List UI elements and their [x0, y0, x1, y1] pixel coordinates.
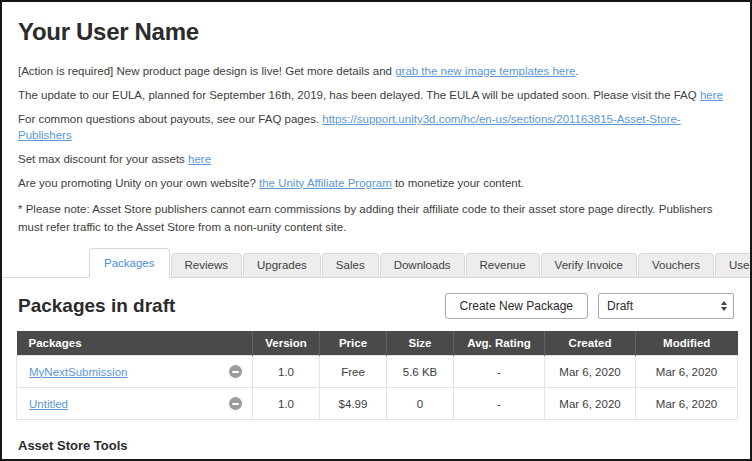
tab-users[interactable]: Users [715, 253, 752, 277]
created-cell: Mar 6, 2020 [545, 388, 636, 420]
tab-sales[interactable]: Sales [322, 253, 379, 277]
package-link[interactable]: MyNextSubmission [29, 366, 127, 378]
package-link[interactable]: Untitled [29, 398, 68, 410]
notice-eula: The update to our EULA, planned for Sept… [18, 88, 734, 104]
col-header-size: Size [387, 331, 454, 356]
packages-section-header: Packages in draft Create New Package Dra… [18, 293, 734, 319]
avg-rating-cell: - [454, 388, 545, 420]
page-content: Your User Name [Action is required] New … [2, 18, 750, 236]
size-cell: 5.6 KB [387, 356, 454, 388]
packages-table: Packages Version Price Size Avg. Rating … [16, 331, 738, 420]
tab-bar: Packages Reviews Upgrades Sales Download… [2, 248, 750, 278]
size-cell: 0 [387, 388, 454, 420]
affiliate-note: * Please note: Asset Store publishers ca… [18, 200, 734, 237]
tab-verify-invoice[interactable]: Verify Invoice [541, 253, 637, 277]
col-header-price: Price [320, 331, 387, 356]
status-filter-value: Draft [607, 299, 633, 313]
section-title: Packages in draft [18, 295, 175, 317]
table-row: Untitled 1.0 $4.99 0 - Mar 6, 2020 Mar 6… [17, 388, 738, 420]
notice-text: to monetize your content. [392, 177, 524, 189]
notice-text: Set max discount for your assets [18, 153, 188, 165]
tab-upgrades[interactable]: Upgrades [243, 253, 321, 277]
notice-product-page: [Action is required] New product page de… [18, 64, 734, 80]
tab-vouchers[interactable]: Vouchers [638, 253, 714, 277]
created-cell: Mar 6, 2020 [545, 356, 636, 388]
col-header-created: Created [545, 331, 636, 356]
minus-circle-icon [229, 397, 242, 410]
package-name-cell: MyNextSubmission [17, 356, 253, 388]
tools-title: Asset Store Tools [18, 438, 734, 453]
tab-downloads[interactable]: Downloads [380, 253, 465, 277]
avg-rating-cell: - [454, 356, 545, 388]
notice-text: The update to our EULA, planned for Sept… [18, 89, 700, 101]
image-templates-link[interactable]: grab the new image templates here [395, 65, 575, 77]
tab-packages[interactable]: Packages [89, 248, 170, 278]
modified-cell: Mar 6, 2020 [636, 356, 738, 388]
col-header-avg-rating: Avg. Rating [454, 331, 545, 356]
notice-text: For common questions about payouts, see … [18, 113, 322, 125]
price-cell: Free [320, 356, 387, 388]
col-header-version: Version [253, 331, 320, 356]
section-controls: Create New Package Draft [445, 293, 734, 319]
notice-payouts: For common questions about payouts, see … [18, 112, 734, 143]
up-down-arrows-icon [721, 301, 727, 311]
version-cell: 1.0 [253, 388, 320, 420]
version-cell: 1.0 [253, 356, 320, 388]
minus-circle-icon [229, 365, 242, 378]
page-title: Your User Name [18, 18, 734, 46]
tab-revenue[interactable]: Revenue [466, 253, 540, 277]
notice-text: Are you promoting Unity on your own webs… [18, 177, 259, 189]
notice-text: [Action is required] New product page de… [18, 65, 395, 77]
create-new-package-button[interactable]: Create New Package [445, 293, 588, 319]
notice-max-discount: Set max discount for your assets here [18, 152, 734, 168]
package-name-cell: Untitled [17, 388, 253, 420]
affiliate-program-link[interactable]: the Unity Affiliate Program [259, 177, 392, 189]
notice-text: . [575, 65, 578, 77]
price-cell: $4.99 [320, 388, 387, 420]
asset-store-tools-section: Asset Store Tools Download the latest ve… [18, 438, 734, 461]
tab-reviews[interactable]: Reviews [171, 253, 242, 277]
notice-affiliate: Are you promoting Unity on your own webs… [18, 176, 734, 192]
table-row: MyNextSubmission 1.0 Free 5.6 KB - Mar 6… [17, 356, 738, 388]
col-header-modified: Modified [636, 331, 738, 356]
table-header-row: Packages Version Price Size Avg. Rating … [17, 331, 738, 356]
col-header-packages: Packages [17, 331, 253, 356]
status-filter-select[interactable]: Draft [598, 293, 734, 319]
faq-here-link[interactable]: here [700, 89, 723, 101]
modified-cell: Mar 6, 2020 [636, 388, 738, 420]
discount-here-link[interactable]: here [188, 153, 211, 165]
